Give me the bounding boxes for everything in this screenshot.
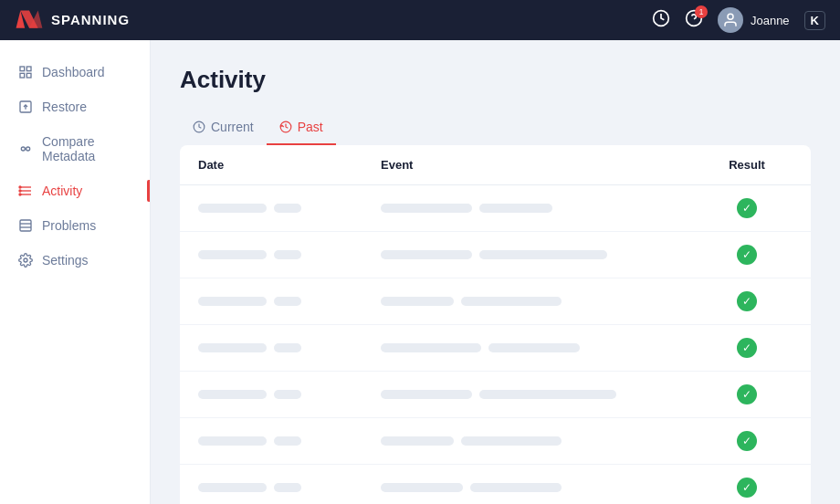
help-badge: 1: [695, 5, 708, 18]
table-row: ✓: [180, 465, 811, 504]
svg-point-22: [19, 194, 21, 195]
svg-rect-8: [20, 67, 25, 71]
success-icon: ✓: [737, 384, 757, 404]
table-header: Date Event Result: [180, 145, 811, 185]
main-content: Activity Current Past D: [151, 40, 840, 504]
result-cell: ✓: [701, 245, 793, 265]
result-cell: ✓: [701, 478, 793, 498]
sidebar-item-problems-label: Problems: [42, 218, 96, 233]
result-cell: ✓: [701, 338, 793, 358]
skeleton-date: [198, 390, 267, 399]
skeleton-date: [198, 204, 267, 213]
svg-rect-10: [20, 73, 25, 78]
spanning-logo-text: SPANNING: [51, 12, 133, 28]
svg-point-26: [24, 258, 27, 262]
activity-icon: [18, 184, 33, 198]
logo: SPANNING: [15, 7, 133, 33]
skeleton-event1: [381, 390, 472, 399]
skeleton-event2: [488, 343, 580, 352]
event-cell: [381, 436, 701, 446]
skeleton-time: [274, 483, 301, 492]
spanning-logo-icon: [15, 7, 44, 33]
skeleton-event1: [381, 343, 481, 352]
skeleton-event2: [479, 390, 616, 399]
problems-icon: [18, 218, 33, 233]
sidebar: Dashboard Restore CompareMetadata: [0, 40, 151, 504]
sidebar-item-restore[interactable]: Restore: [0, 89, 150, 124]
tab-past-label: Past: [298, 120, 323, 134]
user-menu[interactable]: Joanne: [718, 7, 790, 33]
svg-rect-11: [26, 73, 31, 78]
sidebar-item-activity[interactable]: Activity: [0, 173, 150, 208]
event-cell: [381, 250, 701, 259]
svg-point-21: [19, 190, 21, 192]
app-layout: Dashboard Restore CompareMetadata: [0, 40, 840, 504]
svg-rect-9: [26, 67, 31, 71]
k-badge[interactable]: K: [804, 11, 825, 30]
skeleton-event2: [479, 204, 552, 213]
svg-point-15: [26, 147, 30, 151]
compare-icon: [18, 142, 33, 156]
skeleton-event2: [470, 483, 562, 492]
success-icon: ✓: [737, 478, 757, 498]
date-cell: [198, 436, 381, 446]
date-cell: [198, 297, 381, 306]
skeleton-time: [274, 204, 301, 213]
skeleton-event2: [479, 250, 607, 259]
skeleton-date: [198, 436, 267, 446]
restore-icon: [18, 100, 33, 114]
success-icon: ✓: [737, 431, 757, 451]
sidebar-item-dashboard[interactable]: Dashboard: [0, 55, 150, 89]
success-icon: ✓: [737, 198, 757, 218]
skeleton-date: [198, 250, 267, 259]
skeleton-time: [274, 436, 301, 446]
col-header-event: Event: [381, 158, 701, 172]
result-cell: ✓: [701, 291, 793, 311]
success-icon: ✓: [737, 291, 757, 311]
skeleton-time: [274, 390, 301, 399]
svg-point-7: [728, 14, 733, 19]
table-row: ✓: [180, 185, 811, 232]
sidebar-item-compare-metadata-label: CompareMetadata: [42, 134, 95, 163]
skeleton-event1: [381, 436, 454, 446]
past-clock-icon: [279, 121, 292, 133]
sidebar-item-problems[interactable]: Problems: [0, 208, 150, 243]
event-cell: [381, 390, 701, 399]
sidebar-item-compare-metadata[interactable]: CompareMetadata: [0, 124, 150, 173]
history-icon[interactable]: [652, 9, 670, 32]
sidebar-item-restore-label: Restore: [42, 100, 87, 114]
date-cell: [198, 204, 381, 213]
event-cell: [381, 297, 701, 306]
dashboard-icon: [18, 65, 33, 79]
event-cell: [381, 343, 701, 352]
table-row: ✓: [180, 418, 811, 465]
col-header-date: Date: [198, 158, 381, 172]
activity-tabs: Current Past: [180, 112, 811, 145]
tab-past[interactable]: Past: [267, 112, 336, 145]
skeleton-event2: [461, 297, 562, 306]
sidebar-item-settings[interactable]: Settings: [0, 243, 150, 278]
date-cell: [198, 483, 381, 492]
date-cell: [198, 390, 381, 399]
tab-current[interactable]: Current: [180, 112, 267, 145]
tab-current-label: Current: [211, 120, 254, 134]
svg-point-20: [19, 186, 21, 188]
skeleton-time: [274, 250, 301, 259]
skeleton-event1: [381, 204, 472, 213]
sidebar-item-settings-label: Settings: [42, 253, 89, 268]
col-header-result: Result: [701, 158, 793, 172]
success-icon: ✓: [737, 245, 757, 265]
skeleton-event1: [381, 483, 463, 492]
svg-rect-23: [20, 220, 31, 231]
help-icon[interactable]: 1: [685, 9, 703, 32]
topnav-actions: 1 Joanne K: [652, 7, 825, 33]
skeleton-time: [274, 297, 301, 306]
success-icon: ✓: [737, 338, 757, 358]
user-name: Joanne: [751, 14, 790, 27]
svg-text:SPANNING: SPANNING: [51, 12, 130, 27]
page-title: Activity: [180, 66, 811, 94]
result-cell: ✓: [701, 384, 793, 404]
skeleton-time: [274, 343, 301, 352]
date-cell: [198, 343, 381, 352]
skeleton-date: [198, 297, 267, 306]
